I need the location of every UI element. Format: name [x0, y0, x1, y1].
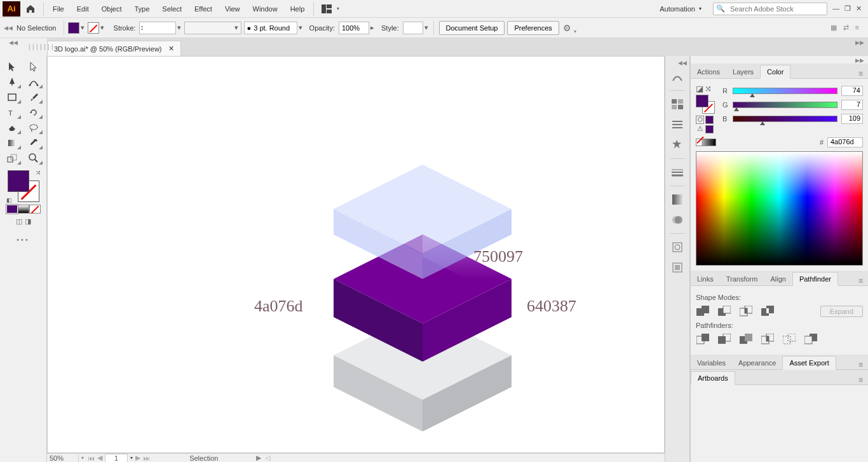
- draw-behind-icon[interactable]: ◨: [25, 217, 31, 226]
- brush-definition-dropdown[interactable]: ●3 pt. Round: [244, 22, 297, 34]
- pathfinder-panel-menu-icon[interactable]: ≡: [853, 276, 868, 285]
- artboard-dropdown-icon[interactable]: ▾: [129, 455, 134, 461]
- direct-selection-tool-icon[interactable]: [24, 60, 43, 74]
- opacity-input[interactable]: 100%: [339, 22, 369, 34]
- eyedropper-tool-icon[interactable]: [24, 136, 43, 150]
- style-dropdown-icon[interactable]: ▾: [423, 24, 430, 32]
- transform-icon[interactable]: ⇄: [843, 24, 849, 32]
- r-value[interactable]: 74: [841, 86, 863, 96]
- menu-type[interactable]: Type: [128, 0, 156, 18]
- none-mode-icon[interactable]: [29, 205, 41, 214]
- stroke-dropdown-icon[interactable]: ▾: [99, 24, 105, 32]
- last-artboard-icon[interactable]: ⏭: [142, 454, 151, 462]
- home-icon[interactable]: [23, 1, 38, 17]
- selection-tool-icon[interactable]: [3, 60, 22, 74]
- search-input[interactable]: [728, 5, 827, 13]
- opacity-dropdown-icon[interactable]: ▸: [369, 24, 376, 32]
- fill-indicator-icon[interactable]: ◪: [696, 84, 703, 93]
- search-box[interactable]: 🔍: [713, 3, 827, 15]
- global-icon[interactable]: ⬡: [696, 116, 704, 124]
- panel-stroke-icon[interactable]: [668, 164, 686, 180]
- panel-graphic-styles-icon[interactable]: [668, 259, 686, 276]
- artboards-panel-menu-icon[interactable]: ≡: [853, 376, 868, 384]
- tab-actions[interactable]: Actions: [691, 65, 726, 78]
- divide-icon[interactable]: [696, 333, 710, 346]
- artboard[interactable]: 750097 4a076d 640387: [137, 95, 581, 444]
- panels-collapse-icon[interactable]: ▶▶: [855, 39, 864, 46]
- brush-dropdown-icon[interactable]: ▾: [297, 24, 304, 32]
- panel-swatches-icon[interactable]: [668, 96, 686, 112]
- default-fillstroke-icon[interactable]: ◧: [6, 197, 12, 203]
- panel-transparency-icon[interactable]: [668, 212, 686, 228]
- trim-icon[interactable]: [717, 333, 731, 346]
- color-chip-1[interactable]: [705, 116, 714, 124]
- illustrator-logo-icon[interactable]: Ai: [3, 1, 20, 17]
- tab-layers[interactable]: Layers: [726, 65, 760, 78]
- fill-box-icon[interactable]: [8, 170, 29, 192]
- color-chip-2[interactable]: [705, 125, 714, 133]
- swap-fillstroke-icon[interactable]: ⤮: [36, 169, 41, 176]
- tab-close-icon[interactable]: ✕: [168, 44, 174, 53]
- lasso-tool-icon[interactable]: [24, 121, 43, 135]
- paintbrush-tool-icon[interactable]: [24, 90, 43, 104]
- tab-align[interactable]: Align: [764, 273, 792, 285]
- gradient-mode-icon[interactable]: [18, 205, 29, 214]
- stroke-weight-dropdown-icon[interactable]: ▾: [176, 24, 182, 32]
- tab-color[interactable]: Color: [760, 65, 790, 79]
- intersect-icon[interactable]: [739, 305, 753, 318]
- tab-links[interactable]: Links: [691, 273, 720, 285]
- first-artboard-icon[interactable]: ⏮: [86, 454, 96, 462]
- minus-front-icon[interactable]: [717, 305, 731, 318]
- artboard-number[interactable]: 1: [105, 454, 128, 463]
- align-icon[interactable]: ▦: [831, 24, 837, 32]
- panels-expand-icon[interactable]: ▶▶: [855, 56, 868, 64]
- next-artboard-icon[interactable]: ▶: [134, 454, 142, 462]
- layout-switcher-icon[interactable]: [320, 4, 333, 14]
- r-slider[interactable]: [733, 88, 837, 94]
- fill-stroke-control[interactable]: ⤮ ◧: [8, 170, 39, 202]
- menu-edit[interactable]: Edit: [71, 0, 95, 18]
- exclude-icon[interactable]: [761, 305, 775, 318]
- tab-pathfinder[interactable]: Pathfinder: [792, 272, 838, 286]
- expand-button[interactable]: Expand: [820, 306, 863, 317]
- panel-brushes-icon[interactable]: [668, 116, 686, 133]
- minus-back-icon[interactable]: [804, 333, 818, 346]
- menu-file[interactable]: File: [46, 0, 71, 18]
- color-panel-menu-icon[interactable]: ≡: [853, 69, 868, 78]
- color-spectrum[interactable]: [696, 151, 863, 266]
- fill-preview[interactable]: [696, 95, 709, 107]
- unite-icon[interactable]: [696, 305, 710, 318]
- scroll-left-icon[interactable]: ◁: [265, 454, 270, 462]
- zoom-display[interactable]: 50%: [47, 454, 79, 462]
- menu-view[interactable]: View: [219, 0, 247, 18]
- rotate-tool-icon[interactable]: [24, 105, 43, 119]
- stroke-weight-input[interactable]: ▴▾: [139, 22, 176, 34]
- menu-help[interactable]: Help: [284, 0, 311, 18]
- maximize-icon[interactable]: ❐: [844, 4, 851, 13]
- panel-symbols-icon[interactable]: [668, 137, 686, 153]
- stroke-swatch[interactable]: [88, 22, 99, 34]
- type-tool-icon[interactable]: T: [3, 105, 22, 119]
- b-value[interactable]: 109: [841, 114, 863, 124]
- spectrum-mini-icon[interactable]: [696, 139, 716, 146]
- crop-icon[interactable]: [761, 333, 775, 346]
- g-value[interactable]: 7: [841, 100, 863, 110]
- panel-gradient-icon[interactable]: [668, 191, 686, 208]
- draw-normal-icon[interactable]: ◫: [16, 217, 22, 226]
- swap-indicator-icon[interactable]: ⤭: [705, 84, 712, 93]
- tab-transform[interactable]: Transform: [720, 273, 764, 285]
- document-setup-button[interactable]: Document Setup: [439, 21, 505, 35]
- minimize-icon[interactable]: —: [832, 4, 839, 13]
- workspace-dropdown[interactable]: Automation ▾: [653, 1, 708, 17]
- warning-icon[interactable]: ⚠: [696, 125, 704, 133]
- g-slider[interactable]: [733, 102, 837, 108]
- pen-tool-icon[interactable]: [3, 75, 22, 89]
- document-tab[interactable]: 3D logo.ai* @ 50% (RGB/Preview) ✕: [47, 41, 181, 56]
- outline-icon[interactable]: [782, 333, 796, 346]
- edit-toolbar-icon[interactable]: •••: [3, 236, 44, 243]
- menu-select[interactable]: Select: [156, 0, 188, 18]
- b-slider[interactable]: [733, 116, 837, 122]
- tab-appearance[interactable]: Appearance: [732, 357, 782, 369]
- menu-effect[interactable]: Effect: [188, 0, 219, 18]
- canvas-area[interactable]: 750097 4a076d 640387: [47, 56, 665, 453]
